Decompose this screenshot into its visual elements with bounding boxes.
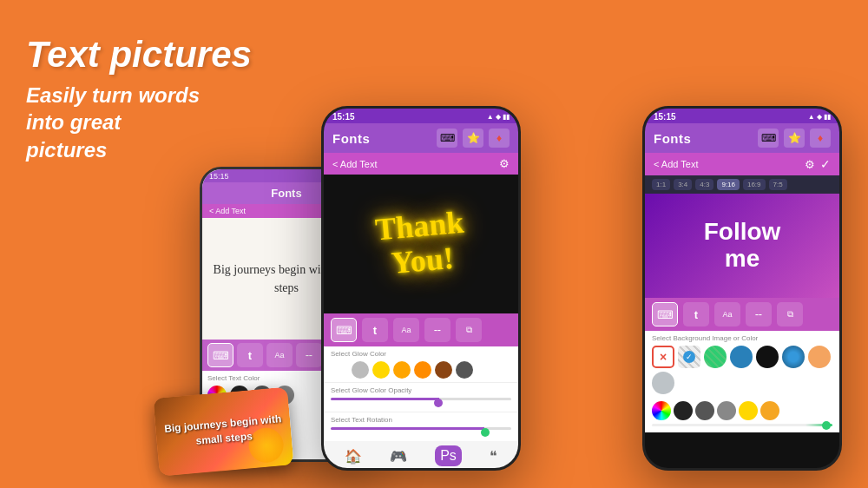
left-add-text-label: < Add Text	[209, 207, 246, 215]
right-gem-icon[interactable]: ♦	[810, 129, 831, 148]
bg-darkblue-item[interactable]	[730, 346, 753, 368]
mid-aa-btn[interactable]: Aa	[393, 318, 419, 342]
right-fonts-title: Fonts	[654, 131, 691, 146]
mid-canvas: Thank You!	[324, 175, 518, 313]
glow-darkgray[interactable]	[456, 361, 473, 379]
right-lightgray-color[interactable]	[717, 401, 736, 420]
glow-gray[interactable]	[352, 361, 369, 379]
right-canvas-text: Follow me	[704, 219, 781, 273]
left-phone-time: 15:15	[209, 172, 229, 181]
phone-right: 15:15 ▲ ◆ ▮▮ Fonts ⌨ ⭐ ♦ < Add Text ⚙ ✓ …	[642, 106, 842, 471]
right-color-row	[652, 401, 832, 420]
mid-rotation-label: Select Text Rotation	[331, 416, 511, 424]
mid-glow-label: Select Glow Color	[331, 350, 511, 358]
mid-nav-game[interactable]: 🎮	[390, 448, 407, 465]
mid-glow-colors	[331, 361, 511, 379]
right-phone-topbar: 15:15 ▲ ◆ ▮▮	[645, 109, 839, 123]
mid-canvas-text: Thank You!	[374, 206, 469, 282]
right-bottom-slider[interactable]	[652, 424, 832, 429]
mid-canvas-line2: You!	[377, 241, 468, 282]
right-add-text-label[interactable]: < Add Text	[654, 159, 698, 169]
mid-nav-quote[interactable]: ❝	[490, 448, 497, 465]
right-check-icon[interactable]: ✓	[820, 157, 831, 171]
mid-keyboard-icon[interactable]: ⌨	[437, 129, 457, 148]
right-star-icon[interactable]: ⭐	[784, 129, 805, 148]
right-bg-section: Select Background Image or Color × ✓	[645, 331, 839, 398]
bg-dotted-item[interactable]	[782, 346, 805, 368]
hero-subtitle-line3: pictures	[26, 136, 252, 163]
mid-opacity-slider[interactable]	[331, 398, 511, 408]
mid-rotation-slider[interactable]	[331, 427, 511, 438]
mid-nav-edit[interactable]: Ps	[435, 445, 462, 466]
glow-yellow[interactable]	[372, 361, 390, 379]
right-canvas-line2: me	[704, 246, 781, 273]
mid-toolbar: ⌨ t Aa ╌ ⧉	[324, 313, 518, 346]
ratio-7-5[interactable]: 7:5	[769, 179, 787, 190]
bg-check-mark: ✓	[683, 351, 695, 363]
mid-add-text-bar: < Add Text ⚙	[324, 153, 518, 175]
glow-orange[interactable]	[393, 361, 411, 379]
mid-add-text-label[interactable]: < Add Text	[332, 159, 377, 169]
left-toolbar-font[interactable]: t	[237, 343, 263, 367]
mid-fonts-title: Fonts	[332, 131, 370, 146]
ratio-4-3[interactable]: 4:3	[695, 179, 713, 190]
right-copy-btn[interactable]: ⧉	[777, 302, 803, 326]
mid-star-icon[interactable]: ⭐	[463, 129, 483, 148]
mid-gear-icon[interactable]: ⚙	[499, 157, 510, 170]
mid-phone-topbar: 15:15 ▲ ◆ ▮▮	[324, 109, 518, 123]
mid-underline-btn[interactable]: ╌	[424, 318, 450, 342]
right-orange-color[interactable]	[760, 401, 779, 420]
glow-rainbow[interactable]	[331, 361, 348, 379]
mid-fonts-header: Fonts ⌨ ⭐ ♦	[324, 123, 518, 153]
right-canvas: Follow me	[645, 194, 839, 298]
right-rainbow-color[interactable]	[652, 401, 671, 420]
right-gear-icon[interactable]: ⚙	[805, 158, 815, 171]
ratio-16-9[interactable]: 16:9	[743, 179, 766, 190]
mid-font-t-btn[interactable]: t	[362, 318, 388, 342]
bg-diamond-item[interactable]	[704, 346, 727, 368]
bg-salmon-item[interactable]	[808, 346, 831, 368]
mid-bottom-nav: 🏠 🎮 Ps ❝	[324, 441, 518, 471]
right-toolbar: ⌨ t Aa ╌ ⧉	[645, 298, 839, 331]
mid-opacity-label: Select Glow Color Opacity	[331, 386, 511, 394]
right-bg-label: Select Background Image or Color	[652, 334, 832, 342]
mid-nav-home[interactable]: 🏠	[345, 448, 362, 465]
right-header-actions: ⚙ ✓	[805, 157, 831, 171]
bg-striped-item[interactable]: ✓	[678, 346, 700, 368]
mid-opacity-section: Select Glow Color Opacity	[324, 382, 518, 412]
right-phone-time: 15:15	[654, 112, 676, 122]
right-keyboard-btn[interactable]: ⌨	[652, 302, 678, 326]
ratio-9-16[interactable]: 9:16	[717, 179, 740, 190]
hero-subtitle-line1: Easily turn words	[26, 82, 252, 109]
left-toolbar-keyboard[interactable]: ⌨	[207, 343, 233, 367]
bg-remove-btn[interactable]: ×	[652, 346, 674, 368]
hero-title: Text pictures	[26, 35, 252, 75]
right-bg-items: × ✓	[652, 346, 832, 394]
mid-keyboard-btn[interactable]: ⌨	[331, 318, 357, 342]
right-black-color[interactable]	[674, 401, 693, 420]
mid-gem-icon[interactable]: ♦	[489, 129, 510, 148]
left-phone-fonts-label: Fonts	[271, 187, 301, 200]
right-gray-color[interactable]	[695, 401, 714, 420]
right-keyboard-icon[interactable]: ⌨	[758, 129, 779, 148]
mid-glow-section: Select Glow Color	[324, 346, 518, 382]
right-underline-btn[interactable]: ╌	[746, 302, 772, 326]
left-toolbar-underline[interactable]: ╌	[296, 343, 322, 367]
right-font-t-btn[interactable]: t	[683, 302, 709, 326]
right-color-section	[645, 398, 839, 432]
ratio-3-4[interactable]: 3:4	[674, 179, 692, 190]
right-yellow-color[interactable]	[739, 401, 758, 420]
mid-rotation-section: Select Text Rotation	[324, 412, 518, 441]
right-ratio-bar: 1:1 3:4 4:3 9:16 16:9 7:5	[645, 175, 839, 194]
mid-phone-status: ▲ ◆ ▮▮	[487, 113, 510, 121]
left-toolbar-aa[interactable]: Aa	[266, 343, 293, 367]
bg-gray-item[interactable]	[652, 372, 674, 394]
ratio-1-1[interactable]: 1:1	[652, 179, 670, 190]
right-aa-btn[interactable]: Aa	[714, 302, 740, 326]
card-overlay: Big journeys begin with small steps	[153, 386, 293, 476]
hero-subtitle-line2: into great	[26, 109, 252, 135]
glow-darkorange[interactable]	[414, 361, 431, 379]
bg-black-item[interactable]	[756, 346, 779, 368]
mid-copy-btn[interactable]: ⧉	[456, 318, 482, 342]
glow-brown[interactable]	[435, 361, 452, 379]
